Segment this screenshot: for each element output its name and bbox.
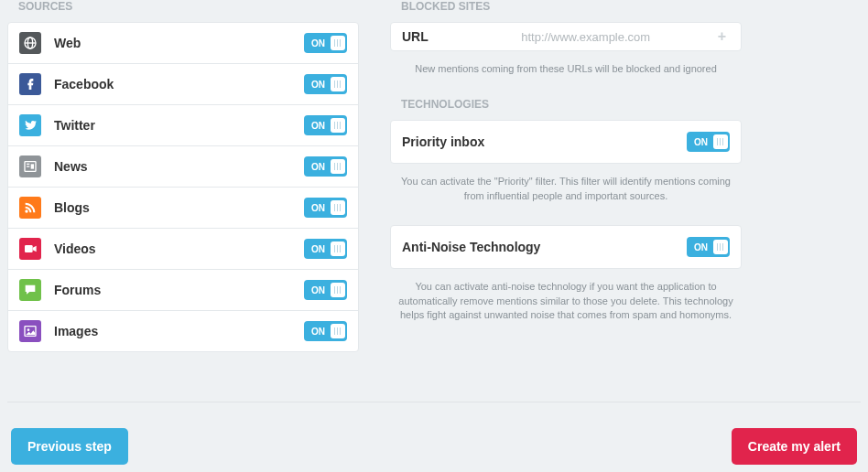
url-input[interactable]	[458, 30, 714, 44]
sources-panel: WebONFacebookONTwitterONNewsONBlogsONVid…	[7, 22, 359, 352]
svg-rect-3	[25, 162, 36, 172]
create-alert-button[interactable]: Create my alert	[732, 428, 857, 465]
add-url-icon[interactable]: +	[714, 28, 730, 45]
facebook-icon	[19, 73, 41, 95]
toggle-web[interactable]: ON	[304, 33, 347, 53]
toggle-blogs[interactable]: ON	[304, 198, 347, 218]
svg-marker-9	[33, 246, 37, 252]
toggle-on-label: ON	[306, 80, 331, 90]
toggle-forums[interactable]: ON	[304, 280, 347, 300]
toggle-images[interactable]: ON	[304, 321, 347, 341]
svg-point-11	[27, 328, 30, 331]
toggle-knob-icon	[331, 118, 345, 133]
source-label-forums: Forums	[54, 283, 304, 297]
toggle-knob-icon	[331, 159, 345, 174]
blocked-panel: URL +	[390, 22, 742, 51]
svg-rect-6	[31, 164, 34, 168]
source-row-web: WebON	[8, 23, 358, 64]
previous-step-button[interactable]: Previous step	[11, 428, 128, 465]
toggle-on-label: ON	[689, 242, 713, 252]
twitter-icon	[19, 114, 41, 136]
svg-point-7	[25, 209, 27, 212]
toggle-knob-icon	[331, 77, 345, 91]
web-icon	[19, 32, 41, 54]
toggle-on-label: ON	[306, 203, 331, 213]
source-label-news: News	[54, 159, 304, 174]
source-row-news: NewsON	[8, 146, 358, 188]
toggle-knob-icon	[331, 241, 345, 256]
source-label-twitter: Twitter	[54, 118, 304, 133]
images-icon	[19, 320, 41, 342]
priority-panel: Priority inbox ON	[390, 120, 742, 164]
source-label-videos: Videos	[54, 241, 304, 256]
toggle-facebook[interactable]: ON	[304, 74, 347, 94]
toggle-on-label: ON	[306, 162, 331, 172]
source-row-blogs: BlogsON	[8, 188, 358, 229]
source-row-facebook: FacebookON	[8, 64, 358, 105]
toggle-on-label: ON	[689, 137, 713, 147]
toggle-knob-icon	[331, 200, 345, 215]
url-label: URL	[402, 29, 429, 44]
source-label-images: Images	[54, 324, 304, 338]
toggle-on-label: ON	[306, 38, 331, 48]
news-icon	[19, 156, 41, 177]
antinoise-label: Anti-Noise Technology	[402, 240, 687, 254]
videos-icon	[19, 238, 41, 260]
priority-label: Priority inbox	[402, 134, 687, 149]
source-label-facebook: Facebook	[54, 77, 304, 91]
source-label-web: Web	[54, 36, 304, 50]
source-row-twitter: TwitterON	[8, 105, 358, 146]
toggle-knob-icon	[713, 134, 728, 149]
priority-help: You can activate the "Priority" filter. …	[390, 164, 742, 220]
toggle-knob-icon	[331, 36, 345, 50]
toggle-twitter[interactable]: ON	[304, 115, 347, 135]
priority-toggle[interactable]: ON	[687, 132, 730, 152]
toggle-on-label: ON	[306, 121, 331, 131]
footer-divider	[7, 402, 861, 402]
toggle-on-label: ON	[306, 244, 331, 254]
source-row-videos: VideosON	[8, 229, 358, 270]
footer: Previous step Create my alert	[7, 428, 861, 465]
toggle-news[interactable]: ON	[304, 156, 347, 177]
antinoise-panel: Anti-Noise Technology ON	[390, 225, 742, 269]
toggle-on-label: ON	[306, 285, 331, 295]
sources-header: SOURCES	[7, 0, 359, 22]
antinoise-toggle[interactable]: ON	[687, 237, 730, 257]
technologies-header: TECHNOLOGIES	[390, 98, 742, 120]
toggle-videos[interactable]: ON	[304, 239, 347, 259]
source-label-blogs: Blogs	[54, 200, 304, 215]
toggle-knob-icon	[331, 283, 345, 297]
antinoise-help: You can activate anti-noise technology i…	[390, 269, 742, 338]
blogs-icon	[19, 197, 41, 219]
forums-icon	[19, 279, 41, 301]
source-row-images: ImagesON	[8, 311, 358, 351]
svg-rect-8	[25, 245, 33, 252]
toggle-knob-icon	[713, 240, 728, 254]
blocked-help: New mentions coming from these URLs will…	[390, 51, 742, 92]
toggle-on-label: ON	[306, 327, 331, 337]
toggle-knob-icon	[331, 324, 345, 338]
blocked-header: BLOCKED SITES	[390, 0, 742, 22]
source-row-forums: ForumsON	[8, 270, 358, 311]
